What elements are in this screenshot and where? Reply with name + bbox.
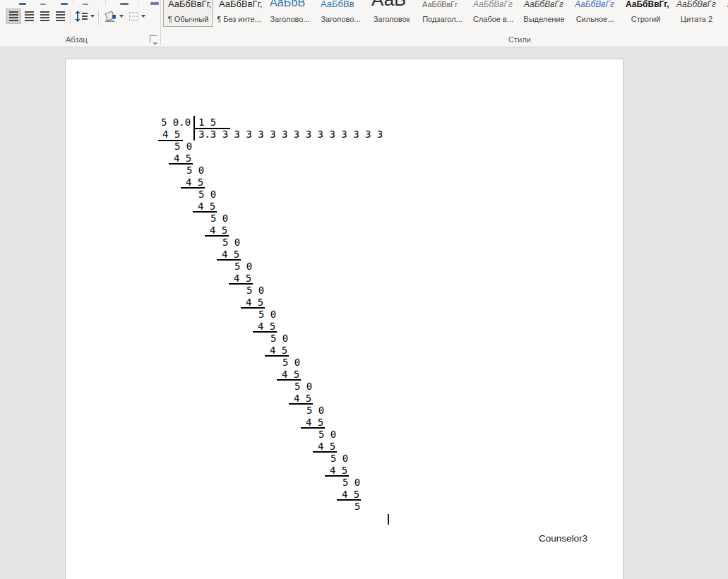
style-preview: АаБбВв	[316, 0, 365, 11]
style-item-цитата-2[interactable]: АаБбВвГгЦитата 2	[672, 0, 722, 27]
style-item-заголово-[interactable]: АаБбВвЗаголово...	[316, 0, 366, 27]
minuend: 5 0	[210, 213, 228, 225]
style-label: Заголово...	[265, 15, 314, 23]
styles-group-label: Стили	[508, 35, 531, 44]
paragraph-dialog-launcher-icon[interactable]	[150, 35, 157, 42]
style-preview: АаБбВвГг	[571, 0, 619, 11]
minuend: 5 0	[270, 333, 288, 345]
style-preview-text: АаБбВвГг,	[168, 0, 211, 8]
minuend: 5 0	[234, 261, 252, 273]
style-preview-text: АаБбВвГг	[473, 0, 513, 8]
minuend: 5 0	[306, 405, 324, 417]
divider	[138, 0, 138, 6]
align-center-icon	[25, 11, 34, 21]
style-item-заголово-[interactable]: АаБбВЗаголово...	[265, 0, 315, 27]
style-label: Выделение	[520, 15, 568, 23]
style-item-cutoff[interactable]: АаБбВвГг	[722, 0, 728, 27]
style-preview: АаБбВвГг	[469, 0, 518, 11]
style-preview: АаБ	[367, 0, 416, 11]
minuend: 5 0	[330, 453, 348, 465]
align-left-button[interactable]	[6, 8, 21, 24]
style-label: Цитата 2	[672, 15, 721, 23]
style-preview-text: АаБбВв	[321, 0, 354, 8]
style-preview: АаБбВвГг	[418, 0, 467, 11]
chevron-down-icon	[90, 15, 95, 18]
align-right-icon	[40, 11, 49, 21]
style-preview-text: АаБбВвГг	[575, 0, 614, 8]
chevron-down-icon	[141, 15, 145, 18]
shading-button[interactable]	[102, 8, 125, 24]
dividend: 5 0.0	[161, 117, 191, 129]
style-label: Слабое в...	[469, 15, 518, 23]
style-item-выделение[interactable]: АаБбВвГгВыделение	[519, 0, 569, 27]
style-preview-text: АаБбВвГг,	[626, 0, 669, 8]
divider	[105, 0, 106, 6]
minuend: 5 0	[198, 189, 216, 201]
line-spacing-button[interactable]	[73, 8, 95, 24]
align-left-icon	[9, 11, 18, 21]
style-label: Подзагол...	[418, 15, 467, 23]
divisor: 1 5	[198, 117, 216, 129]
style-preview: АаБбВвГг,	[621, 0, 670, 11]
paragraph-group-label: Абзац	[66, 35, 88, 44]
borders-icon	[129, 12, 138, 21]
divider	[98, 10, 99, 25]
justify-button[interactable]	[52, 8, 68, 24]
cut-off-button-fragment	[40, 4, 46, 5]
cut-off-button-fragment	[120, 3, 129, 5]
style-preview: АаБбВ	[265, 0, 314, 11]
minuend: 5 0	[258, 309, 276, 321]
style-preview: АаБбВвГг	[723, 0, 728, 11]
style-label: Заголово...	[316, 15, 365, 23]
minuend: 5 0	[282, 357, 300, 369]
style-item-подзагол-[interactable]: АаБбВвГгПодзагол...	[417, 0, 467, 27]
style-item-строгий[interactable]: АаБбВвГг,Строгий	[621, 0, 671, 27]
cut-off-button-fragment	[150, 2, 159, 5]
style-preview-text: АаБбВвГг	[676, 0, 716, 8]
style-preview: АаБбВвГг,	[164, 0, 213, 11]
remainder: 5	[354, 501, 360, 513]
divider	[70, 10, 71, 25]
style-item-заголовок[interactable]: АаБЗаголовок	[366, 0, 417, 27]
style-preview-text: АаБбВвГг,	[219, 0, 262, 8]
style-preview: АаБбВвГг	[520, 0, 568, 11]
subtrahend: 4 5	[162, 129, 180, 141]
style-item--обычный[interactable]: АаБбВвГг,¶ Обычный	[163, 0, 213, 27]
style-label: ¶ Без инте...	[215, 15, 263, 23]
document-page[interactable]: 5 0.01 54 53.3 3 3 3 3 3 3 3 3 3 3 3 3 3…	[65, 59, 623, 579]
text-cursor	[388, 514, 389, 525]
style-item-сильное-[interactable]: АаБбВвГгСильное...	[570, 0, 620, 27]
style-preview-text: АаБбВвГг	[422, 1, 458, 8]
style-label: ¶ Обычный	[164, 15, 213, 23]
cut-off-button-fragment	[61, 3, 68, 5]
style-item--без-инте-[interactable]: АаБбВвГг,¶ Без инте...	[214, 0, 264, 27]
quotient: 3.3 3 3 3 3 3 3 3 3 3 3 3 3 3 3	[198, 129, 383, 141]
minuend: 5 0	[186, 165, 204, 177]
borders-button[interactable]	[126, 8, 148, 24]
minuend: 5 0	[222, 237, 240, 249]
styles-gallery: АаБбВвГг,¶ ОбычныйАаБбВвГг,¶ Без инте...…	[163, 0, 728, 27]
minuend: 5 0	[318, 429, 336, 441]
minuend: 5 0	[294, 381, 312, 393]
style-preview-text: АаБбВвГг	[524, 0, 563, 8]
style-item-слабое-в-[interactable]: АаБбВвГгСлабое в...	[468, 0, 518, 27]
minuend: 5 0	[246, 285, 264, 297]
justify-icon	[56, 11, 65, 21]
style-preview-text: АаБбВ	[270, 0, 305, 8]
chevron-down-icon	[119, 15, 124, 18]
minuend: 5 0	[174, 141, 192, 153]
style-label: Строгий	[621, 15, 670, 23]
line-spacing-icon	[74, 11, 80, 21]
group-separator	[160, 0, 161, 45]
style-label: Заголовок	[367, 15, 416, 23]
divider	[73, 0, 73, 6]
cut-off-button-fragment	[19, 3, 26, 5]
ribbon: Абзац АаБбВвГг,¶ ОбычныйАаБбВвГг,¶ Без и…	[0, 0, 728, 47]
cut-off-button-fragment	[83, 4, 88, 5]
shading-bucket-icon	[105, 11, 116, 22]
style-preview-text: АаБ	[371, 0, 406, 8]
align-right-button[interactable]	[37, 8, 52, 24]
style-preview: АаБбВвГг,	[215, 0, 263, 11]
align-center-button[interactable]	[21, 8, 37, 24]
style-label: Сильное...	[571, 15, 619, 23]
